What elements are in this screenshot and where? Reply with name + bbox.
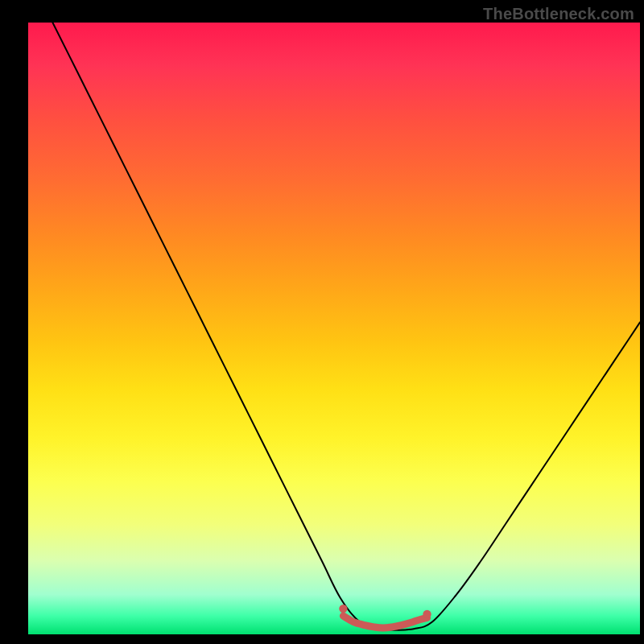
curve-overlay	[28, 23, 640, 634]
plot-area	[28, 23, 640, 634]
bottleneck-curve	[52, 23, 640, 630]
watermark-text: TheBottleneck.com	[483, 5, 634, 23]
optimum-marker-end-right	[423, 610, 431, 618]
chart-frame: TheBottleneck.com	[0, 0, 644, 644]
optimum-marker-end-left	[339, 605, 347, 613]
